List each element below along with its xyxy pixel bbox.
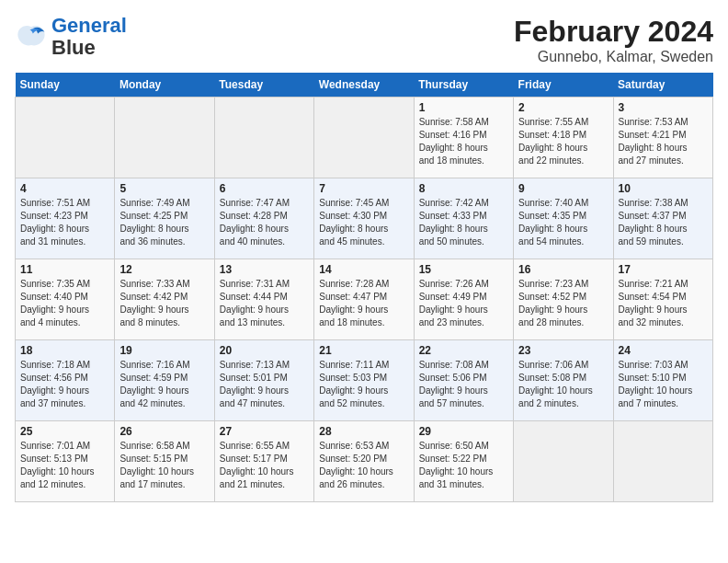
day-info: Sunrise: 6:55 AM Sunset: 5:17 PM Dayligh… — [220, 440, 309, 491]
day-info: Sunrise: 6:50 AM Sunset: 5:22 PM Dayligh… — [419, 440, 508, 491]
calendar-cell: 16Sunrise: 7:23 AM Sunset: 4:52 PM Dayli… — [514, 259, 613, 340]
header-row: Sunday Monday Tuesday Wednesday Thursday… — [16, 73, 713, 98]
calendar-cell — [16, 98, 115, 178]
calendar-week-row: 4Sunrise: 7:51 AM Sunset: 4:23 PM Daylig… — [16, 178, 713, 259]
day-info: Sunrise: 7:35 AM Sunset: 4:40 PM Dayligh… — [20, 278, 109, 329]
day-info: Sunrise: 7:42 AM Sunset: 4:33 PM Dayligh… — [419, 197, 508, 248]
logo-bird-icon — [15, 20, 48, 53]
logo: General Blue — [15, 15, 127, 59]
day-info: Sunrise: 7:23 AM Sunset: 4:52 PM Dayligh… — [518, 278, 608, 329]
calendar-cell: 8Sunrise: 7:42 AM Sunset: 4:33 PM Daylig… — [414, 178, 513, 259]
day-info: Sunrise: 7:45 AM Sunset: 4:30 PM Dayligh… — [319, 197, 408, 248]
day-number: 18 — [20, 344, 109, 357]
calendar-cell — [214, 98, 313, 178]
calendar-body: 1Sunrise: 7:58 AM Sunset: 4:16 PM Daylig… — [16, 98, 713, 502]
day-number: 1 — [419, 101, 508, 114]
calendar-cell: 19Sunrise: 7:16 AM Sunset: 4:59 PM Dayli… — [115, 340, 214, 421]
title-block: February 2024 Gunnebo, Kalmar, Sweden — [514, 15, 713, 65]
calendar-cell: 7Sunrise: 7:45 AM Sunset: 4:30 PM Daylig… — [314, 178, 414, 259]
day-number: 22 — [419, 344, 508, 357]
calendar-cell: 4Sunrise: 7:51 AM Sunset: 4:23 PM Daylig… — [16, 178, 115, 259]
calendar-cell: 1Sunrise: 7:58 AM Sunset: 4:16 PM Daylig… — [414, 98, 513, 178]
day-number: 19 — [119, 344, 209, 357]
day-info: Sunrise: 7:26 AM Sunset: 4:49 PM Dayligh… — [419, 278, 508, 329]
day-number: 5 — [119, 182, 209, 195]
header-saturday: Saturday — [613, 73, 712, 98]
calendar-cell: 9Sunrise: 7:40 AM Sunset: 4:35 PM Daylig… — [514, 178, 613, 259]
calendar-cell — [613, 421, 712, 502]
calendar-cell: 26Sunrise: 6:58 AM Sunset: 5:15 PM Dayli… — [115, 421, 214, 502]
calendar-cell: 6Sunrise: 7:47 AM Sunset: 4:28 PM Daylig… — [214, 178, 313, 259]
day-number: 28 — [319, 425, 408, 438]
day-info: Sunrise: 7:16 AM Sunset: 4:59 PM Dayligh… — [119, 359, 209, 410]
day-info: Sunrise: 7:49 AM Sunset: 4:25 PM Dayligh… — [119, 197, 209, 248]
day-info: Sunrise: 7:13 AM Sunset: 5:01 PM Dayligh… — [220, 359, 309, 410]
day-number: 17 — [619, 263, 708, 276]
day-info: Sunrise: 7:58 AM Sunset: 4:16 PM Dayligh… — [419, 116, 508, 167]
calendar-cell: 15Sunrise: 7:26 AM Sunset: 4:49 PM Dayli… — [414, 259, 513, 340]
calendar-cell: 28Sunrise: 6:53 AM Sunset: 5:20 PM Dayli… — [314, 421, 414, 502]
day-info: Sunrise: 7:53 AM Sunset: 4:21 PM Dayligh… — [619, 116, 708, 167]
day-number: 20 — [220, 344, 309, 357]
day-number: 13 — [220, 263, 309, 276]
calendar-cell: 17Sunrise: 7:21 AM Sunset: 4:54 PM Dayli… — [613, 259, 712, 340]
day-info: Sunrise: 7:33 AM Sunset: 4:42 PM Dayligh… — [119, 278, 209, 329]
calendar-cell: 13Sunrise: 7:31 AM Sunset: 4:44 PM Dayli… — [214, 259, 313, 340]
header-wednesday: Wednesday — [314, 73, 414, 98]
day-number: 24 — [619, 344, 708, 357]
day-info: Sunrise: 7:18 AM Sunset: 4:56 PM Dayligh… — [20, 359, 109, 410]
header-tuesday: Tuesday — [214, 73, 313, 98]
header-sunday: Sunday — [16, 73, 115, 98]
calendar-cell: 10Sunrise: 7:38 AM Sunset: 4:37 PM Dayli… — [613, 178, 712, 259]
day-info: Sunrise: 6:53 AM Sunset: 5:20 PM Dayligh… — [319, 440, 408, 491]
day-number: 8 — [419, 182, 508, 195]
calendar-header: Sunday Monday Tuesday Wednesday Thursday… — [16, 73, 713, 98]
day-number: 2 — [518, 101, 608, 114]
calendar-cell — [314, 98, 414, 178]
calendar-table: Sunday Monday Tuesday Wednesday Thursday… — [15, 73, 713, 502]
day-info: Sunrise: 6:58 AM Sunset: 5:15 PM Dayligh… — [119, 440, 209, 491]
calendar-cell: 18Sunrise: 7:18 AM Sunset: 4:56 PM Dayli… — [16, 340, 115, 421]
day-info: Sunrise: 7:28 AM Sunset: 4:47 PM Dayligh… — [319, 278, 408, 329]
day-number: 27 — [220, 425, 309, 438]
calendar-cell — [115, 98, 214, 178]
day-info: Sunrise: 7:11 AM Sunset: 5:03 PM Dayligh… — [319, 359, 408, 410]
day-number: 15 — [419, 263, 508, 276]
day-info: Sunrise: 7:08 AM Sunset: 5:06 PM Dayligh… — [419, 359, 508, 410]
calendar-cell — [514, 421, 613, 502]
calendar-week-row: 18Sunrise: 7:18 AM Sunset: 4:56 PM Dayli… — [16, 340, 713, 421]
location-subtitle: Gunnebo, Kalmar, Sweden — [514, 49, 713, 65]
day-number: 14 — [319, 263, 408, 276]
day-number: 12 — [119, 263, 209, 276]
day-info: Sunrise: 7:01 AM Sunset: 5:13 PM Dayligh… — [20, 440, 109, 491]
day-info: Sunrise: 7:47 AM Sunset: 4:28 PM Dayligh… — [220, 197, 309, 248]
day-number: 23 — [518, 344, 608, 357]
header-thursday: Thursday — [414, 73, 513, 98]
day-number: 9 — [518, 182, 608, 195]
day-info: Sunrise: 7:38 AM Sunset: 4:37 PM Dayligh… — [619, 197, 708, 248]
day-number: 4 — [20, 182, 109, 195]
calendar-cell: 27Sunrise: 6:55 AM Sunset: 5:17 PM Dayli… — [214, 421, 313, 502]
day-number: 26 — [119, 425, 209, 438]
day-number: 16 — [518, 263, 608, 276]
calendar-cell: 11Sunrise: 7:35 AM Sunset: 4:40 PM Dayli… — [16, 259, 115, 340]
calendar-cell: 2Sunrise: 7:55 AM Sunset: 4:18 PM Daylig… — [514, 98, 613, 178]
calendar-week-row: 25Sunrise: 7:01 AM Sunset: 5:13 PM Dayli… — [16, 421, 713, 502]
day-number: 11 — [20, 263, 109, 276]
calendar-cell: 25Sunrise: 7:01 AM Sunset: 5:13 PM Dayli… — [16, 421, 115, 502]
calendar-week-row: 1Sunrise: 7:58 AM Sunset: 4:16 PM Daylig… — [16, 98, 713, 178]
day-number: 10 — [619, 182, 708, 195]
calendar-cell: 12Sunrise: 7:33 AM Sunset: 4:42 PM Dayli… — [115, 259, 214, 340]
month-year-title: February 2024 — [514, 15, 713, 49]
day-info: Sunrise: 7:03 AM Sunset: 5:10 PM Dayligh… — [619, 359, 708, 410]
day-info: Sunrise: 7:51 AM Sunset: 4:23 PM Dayligh… — [20, 197, 109, 248]
day-info: Sunrise: 7:21 AM Sunset: 4:54 PM Dayligh… — [619, 278, 708, 329]
day-number: 21 — [319, 344, 408, 357]
calendar-cell: 29Sunrise: 6:50 AM Sunset: 5:22 PM Dayli… — [414, 421, 513, 502]
calendar-cell: 24Sunrise: 7:03 AM Sunset: 5:10 PM Dayli… — [613, 340, 712, 421]
logo-blue: Blue — [51, 36, 96, 59]
page-header: General Blue February 2024 Gunnebo, Kalm… — [15, 15, 713, 65]
calendar-cell: 3Sunrise: 7:53 AM Sunset: 4:21 PM Daylig… — [613, 98, 712, 178]
calendar-cell: 23Sunrise: 7:06 AM Sunset: 5:08 PM Dayli… — [514, 340, 613, 421]
day-number: 29 — [419, 425, 508, 438]
